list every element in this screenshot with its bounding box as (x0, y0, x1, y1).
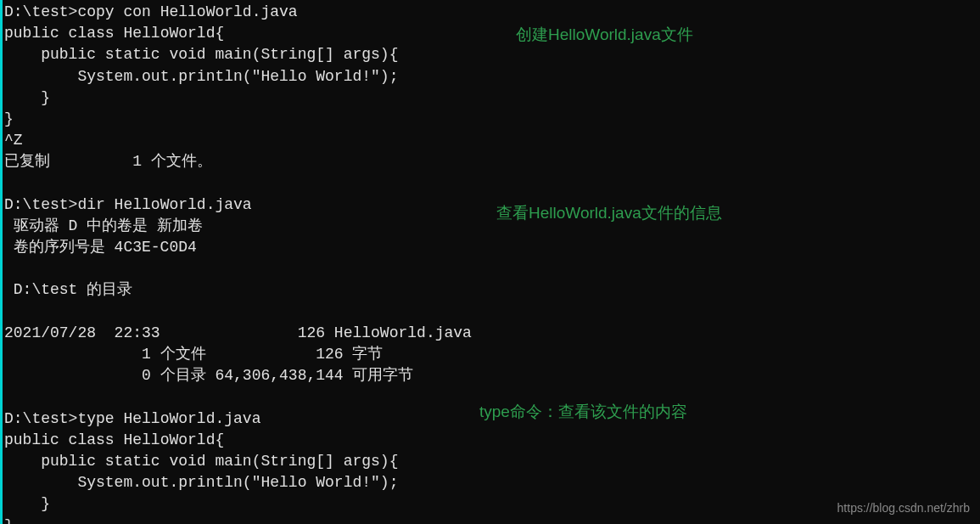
terminal-line (4, 258, 980, 279)
terminal-line: System.out.println("Hello World!"); (4, 66, 980, 87)
annotation-type-command: type命令：查看该文件的内容 (479, 401, 687, 424)
terminal-line: 已复制 1 个文件。 (4, 151, 980, 172)
terminal-line: 驱动器 D 中的卷是 新加卷 (4, 216, 980, 237)
watermark-url: https://blog.csdn.net/zhrb (837, 500, 970, 517)
terminal-line: } (4, 109, 980, 130)
terminal-line (4, 173, 980, 194)
terminal-line: public static void main(String[] args){ (4, 451, 980, 472)
terminal-line: 2021/07/28 22:33 126 HelloWorld.java (4, 323, 980, 344)
terminal-line: D:\test>dir HelloWorld.java (4, 194, 980, 216)
terminal-line: } (4, 87, 980, 109)
terminal-line: 1 个文件 126 字节 (4, 344, 980, 365)
terminal-output[interactable]: D:\test>copy con HelloWorld.javapublic c… (4, 2, 980, 524)
terminal-line: ^Z (4, 130, 980, 151)
annotation-view-info: 查看HelloWorld.java文件的信息 (496, 202, 722, 225)
terminal-line (4, 301, 980, 323)
terminal-line: 卷的序列号是 4C3E-C0D4 (4, 237, 980, 258)
terminal-line: D:\test>copy con HelloWorld.java (4, 2, 980, 23)
terminal-line: System.out.println("Hello World!"); (4, 472, 980, 493)
terminal-line: public class HelloWorld{ (4, 430, 980, 451)
terminal-line: } (4, 516, 980, 525)
annotation-create-file: 创建HelloWorld.java文件 (516, 24, 693, 47)
terminal-line: public static void main(String[] args){ (4, 44, 980, 65)
terminal-line: D:\test 的目录 (4, 279, 980, 301)
terminal-line: public class HelloWorld{ (4, 23, 980, 44)
terminal-line: } (4, 493, 980, 515)
terminal-line: 0 个目录 64,306,438,144 可用字节 (4, 365, 980, 386)
